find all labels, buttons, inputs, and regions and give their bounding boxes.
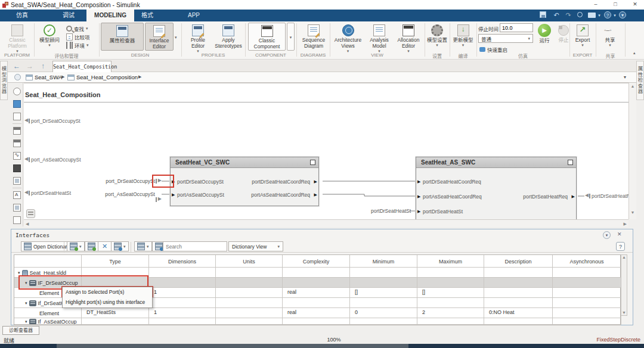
truth-table-icon[interactable] [13, 164, 21, 172]
search-input[interactable] [163, 244, 234, 250]
architecture-views-button[interactable]: Architecture Views ▾ [332, 23, 364, 53]
column-dimensions[interactable]: Dimensions [149, 255, 216, 268]
column-type[interactable]: Type [82, 255, 149, 268]
navigate-circle-icon[interactable] [14, 74, 21, 80]
tab-simulation[interactable]: 仿真 [8, 10, 36, 21]
expander-icon[interactable]: ▾ [25, 301, 27, 306]
component-gallery-caret-icon[interactable]: ▾ [287, 23, 295, 51]
classic-platform-button[interactable]: Classic Platform ▾ [2, 23, 32, 53]
port-ref-label[interactable]: portDrSeatHeatRe [585, 193, 628, 199]
column-description[interactable]: Description [484, 255, 553, 268]
diagram-canvas[interactable]: Seat_Heat_Composition port_DrSeatOccupyS… [24, 83, 628, 219]
block-seatheat-as-swc[interactable]: SeatHeat_AS_SWC ▶ portDrSeatHeatCoordReq… [416, 157, 577, 219]
profile-editor-button[interactable]: Profile Editor ▾ [184, 23, 212, 53]
up-to-parent-icon[interactable]: ↑ [38, 61, 48, 71]
port-label[interactable]: portDrSeatOccupySt [177, 179, 224, 185]
help-caret-icon[interactable]: ▾ [612, 11, 617, 19]
help-icon[interactable]: ? [604, 11, 611, 18]
scroll-down-icon[interactable]: ▼ [621, 310, 627, 315]
view-mode-select[interactable]: Dictionary View ▾ [228, 241, 283, 251]
input-port-icon[interactable]: ▶ [172, 192, 175, 197]
interface-editor-button[interactable]: Interface Editor [145, 23, 174, 51]
stamp-icon[interactable] [13, 204, 21, 212]
reference-component-icon[interactable] [13, 139, 21, 147]
breadcrumb-separator-icon[interactable]: ▶ [138, 74, 141, 79]
close-button[interactable]: ✕ [627, 0, 643, 9]
breadcrumb-separator-icon[interactable]: ▶ [61, 74, 64, 79]
column-minimum[interactable]: Minimum [350, 255, 417, 268]
table-vertical-scrollbar[interactable]: ▲ ▼ [621, 254, 627, 316]
classic-component-button[interactable]: Classic Component [248, 23, 286, 51]
breadcrumb-item-root[interactable]: Seat_SWA [35, 74, 62, 80]
port-label[interactable]: portDrSeatHeatReq [523, 194, 568, 200]
compare-button[interactable]: 比较项 [66, 33, 90, 41]
screenshot-icon[interactable] [588, 13, 596, 18]
port-label[interactable]: portDrSeatHeatCoordReq [423, 179, 481, 185]
port-ref-label[interactable]: portDrSeatHeatSt [371, 208, 403, 214]
zoom-icon[interactable] [13, 88, 21, 95]
port-ref-label[interactable]: port_AsSeatOccupySt [91, 191, 155, 197]
tab-format[interactable]: 格式 [134, 10, 161, 21]
add-element-button[interactable] [85, 241, 98, 251]
model-settings-button[interactable]: 模型设置 ▾ [426, 23, 448, 47]
scroll-down-icon[interactable]: ▼ [629, 210, 636, 215]
screenshot-caret-icon[interactable]: ▾ [597, 11, 602, 19]
open-dictionary-button[interactable]: Open Dictionary [21, 241, 73, 251]
table-row[interactable]: ▾If_AsSeatOccup [14, 318, 620, 325]
update-model-button[interactable]: 更新模型 ▾ [451, 23, 475, 47]
area-icon[interactable] [13, 216, 21, 224]
forward-icon[interactable]: → [25, 61, 35, 71]
scroll-right-icon[interactable]: ▶ [624, 222, 627, 226]
model-browser-strip[interactable]: 模型浏览器 [0, 61, 8, 100]
canvas-badge-icon[interactable] [26, 209, 35, 218]
run-button[interactable]: ▶ 运行 [535, 23, 553, 44]
scroll-up-icon[interactable]: ▲ [621, 255, 627, 259]
sequence-diagram-button[interactable]: Sequence Diagram [298, 23, 329, 49]
scroll-up-icon[interactable]: ▲ [629, 84, 636, 88]
diagnostic-viewer-tab[interactable]: 诊断查看器 [2, 326, 39, 335]
tab-apps[interactable]: APP [180, 10, 208, 21]
panel-help-icon[interactable]: ? [616, 242, 625, 251]
analysis-model-button[interactable]: Analysis Model ▾ [366, 23, 393, 53]
allocation-editor-button[interactable]: Allocation Editor ▾ [394, 23, 423, 53]
menu-item-highlight-ports[interactable]: Highlight port(s) using this interface [63, 297, 152, 307]
interfaces-search[interactable] [163, 241, 227, 251]
menu-item-assign-to-ports[interactable]: Assign to Selected Port(s) [63, 287, 152, 297]
zoom-search-icon[interactable] [577, 12, 583, 17]
document-tab[interactable]: Seat_Heat_Composition [52, 61, 112, 72]
output-port-icon[interactable]: ▶ [572, 194, 575, 199]
undo-icon[interactable]: ↶ [552, 11, 561, 19]
status-solver[interactable]: FixedStepDiscrete [596, 337, 640, 343]
panel-close-icon[interactable]: ✕ [617, 231, 622, 237]
back-icon[interactable]: ← [12, 61, 21, 71]
save-icon[interactable] [540, 11, 546, 18]
minimize-button[interactable]: – [587, 0, 604, 9]
column-maximum[interactable]: Maximum [417, 255, 484, 268]
port-label[interactable]: portAsSeatHeatCoordReq [251, 192, 310, 198]
output-port-icon[interactable]: ▶ [314, 179, 317, 184]
input-port-icon[interactable]: ▶ [417, 179, 420, 184]
component-icon[interactable] [13, 127, 21, 135]
export-button[interactable]: Export ▾ [571, 23, 594, 47]
tab-modeling[interactable]: MODELING [86, 10, 134, 21]
column-asynchronous[interactable]: Asynchronous [553, 255, 621, 268]
port-label[interactable]: portAsSeatOccupySt [177, 192, 224, 198]
column-units[interactable]: Units [216, 255, 283, 268]
expander-icon[interactable]: ▾ [25, 319, 27, 324]
delete-button[interactable]: ✕ [98, 241, 112, 251]
sim-mode-select[interactable]: 普通 ▾ [478, 34, 533, 43]
stop-time-input[interactable] [500, 23, 533, 32]
table-row[interactable]: Element DT_HeatSts1real020:NO Heat [14, 308, 620, 318]
maximize-button[interactable]: □ [607, 0, 624, 9]
apply-stereotypes-button[interactable]: Apply Stereotypes [213, 23, 243, 49]
options-circle-icon[interactable]: ▾ [619, 11, 626, 18]
port-label[interactable]: portDrSeatHeatSt [423, 209, 463, 215]
block-seatheat-vc-swc[interactable]: SeatHeat_VC_SWC ▶ portDrSeatOccupySt ▶ p… [170, 157, 319, 206]
property-inspector-strip[interactable]: 属性检查器 [636, 61, 644, 100]
canvas-horizontal-scrollbar[interactable]: ◀ ▶ [24, 219, 628, 227]
library-icon[interactable] [13, 100, 21, 108]
image-icon[interactable] [13, 177, 21, 185]
port-label[interactable]: portAsSeatHeatCoordReq [423, 194, 482, 200]
redo-icon[interactable]: ↷ [564, 11, 572, 19]
property-inspector-button[interactable]: 属性检查器 [101, 23, 144, 51]
